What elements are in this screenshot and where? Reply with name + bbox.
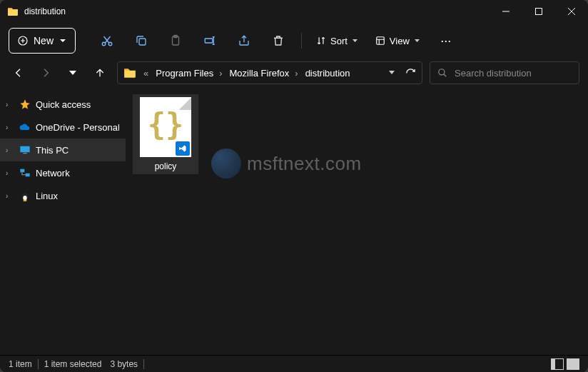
explorer-window: distribution New Sort View	[0, 0, 588, 372]
recent-button[interactable]	[63, 63, 83, 83]
overflow-chevron-icon[interactable]: «	[141, 68, 151, 79]
chevron-right-icon[interactable]: ›	[6, 146, 14, 154]
navbar: « Program Files› Mozilla Firefox› distri…	[0, 59, 588, 87]
search-icon	[437, 68, 447, 78]
thumbnails-view-button[interactable]	[567, 358, 579, 370]
svg-rect-12	[20, 169, 24, 173]
network-icon	[19, 166, 31, 179]
new-button-label: New	[34, 35, 54, 46]
chevron-down-icon	[414, 38, 420, 44]
chevron-right-icon[interactable]: ›	[6, 101, 14, 109]
file-item[interactable]: {} policy	[133, 94, 198, 174]
window-controls	[490, 0, 588, 23]
forward-button[interactable]	[36, 63, 56, 83]
status-size: 3 bytes	[110, 359, 138, 369]
cloud-icon	[19, 121, 31, 134]
sort-button[interactable]: Sort	[310, 28, 364, 54]
back-button[interactable]	[9, 63, 29, 83]
minimize-button[interactable]	[490, 0, 522, 23]
share-button[interactable]	[230, 28, 258, 54]
rename-button[interactable]	[196, 28, 224, 54]
refresh-icon[interactable]	[405, 68, 416, 79]
svg-point-2	[102, 42, 106, 46]
copy-button[interactable]	[127, 28, 156, 54]
chevron-down-icon[interactable]	[388, 69, 395, 76]
view-label: View	[390, 36, 410, 46]
svg-rect-7	[205, 39, 213, 43]
details-view-button[interactable]	[551, 358, 564, 370]
cut-button[interactable]	[93, 28, 121, 54]
sidebar-item-onedrive[interactable]: › OneDrive - Personal	[0, 116, 126, 139]
breadcrumb-item[interactable]: Program Files›	[156, 68, 225, 79]
new-button[interactable]: New	[9, 28, 76, 54]
body: › Quick access › OneDrive - Personal › T…	[0, 87, 588, 355]
svg-rect-10	[20, 146, 29, 153]
sidebar-item-label: OneDrive - Personal	[36, 122, 120, 133]
svg-rect-0	[536, 9, 542, 15]
svg-rect-8	[377, 37, 385, 45]
paste-button[interactable]	[161, 28, 190, 54]
search-placeholder: Search distribution	[455, 68, 532, 79]
sort-label: Sort	[330, 36, 348, 46]
vscode-badge-icon	[176, 141, 190, 156]
sidebar-item-linux[interactable]: › Linux	[0, 184, 126, 207]
titlebar: distribution	[0, 0, 588, 23]
breadcrumb-item[interactable]: distribution	[305, 68, 350, 79]
chevron-right-icon[interactable]: ›	[6, 192, 14, 200]
folder-icon	[123, 66, 136, 79]
sidebar-item-label: This PC	[36, 145, 69, 156]
more-button[interactable]: ···	[432, 28, 460, 54]
monitor-icon	[19, 144, 31, 156]
view-button[interactable]: View	[370, 28, 426, 54]
maximize-button[interactable]	[522, 0, 555, 23]
chevron-down-icon	[59, 37, 66, 44]
sidebar-item-quick-access[interactable]: › Quick access	[0, 93, 126, 116]
chevron-right-icon: ›	[292, 68, 300, 79]
globe-icon	[211, 149, 241, 179]
toolbar: New Sort View ···	[0, 23, 588, 59]
status-item-count: 1 item	[9, 359, 32, 369]
watermark-text: msftnext.com	[247, 153, 362, 175]
close-button[interactable]	[555, 0, 588, 23]
sidebar-item-network[interactable]: › Network	[0, 161, 126, 184]
nav-tree: › Quick access › OneDrive - Personal › T…	[0, 87, 126, 355]
svg-point-3	[108, 42, 112, 46]
chevron-right-icon[interactable]: ›	[6, 169, 14, 177]
address-bar[interactable]: « Program Files› Mozilla Firefox› distri…	[117, 61, 422, 84]
sidebar-item-label: Network	[36, 168, 70, 179]
svg-point-9	[439, 69, 445, 75]
star-icon	[19, 98, 31, 111]
breadcrumb-item[interactable]: Mozilla Firefox›	[230, 68, 301, 79]
folder-icon	[7, 6, 19, 17]
status-selection: 1 item selected	[44, 359, 102, 369]
sidebar-item-label: Linux	[36, 191, 58, 201]
window-title: distribution	[24, 6, 66, 16]
json-file-icon: {}	[140, 97, 191, 157]
search-box[interactable]: Search distribution	[430, 61, 579, 84]
chevron-right-icon[interactable]: ›	[6, 124, 14, 131]
file-pane[interactable]: {} policy msftnext.com	[126, 87, 588, 355]
chevron-down-icon	[352, 38, 358, 44]
sidebar-item-this-pc[interactable]: › This PC	[0, 139, 126, 161]
up-button[interactable]	[90, 63, 110, 83]
svg-rect-4	[139, 39, 146, 45]
svg-rect-11	[23, 153, 26, 154]
delete-button[interactable]	[264, 28, 293, 54]
penguin-icon	[19, 189, 31, 202]
watermark: msftnext.com	[211, 149, 362, 179]
file-label: policy	[155, 161, 177, 171]
sidebar-item-label: Quick access	[36, 99, 91, 110]
svg-rect-13	[26, 174, 30, 177]
status-bar: 1 item 1 item selected 3 bytes	[0, 355, 588, 372]
chevron-right-icon: ›	[216, 68, 225, 79]
